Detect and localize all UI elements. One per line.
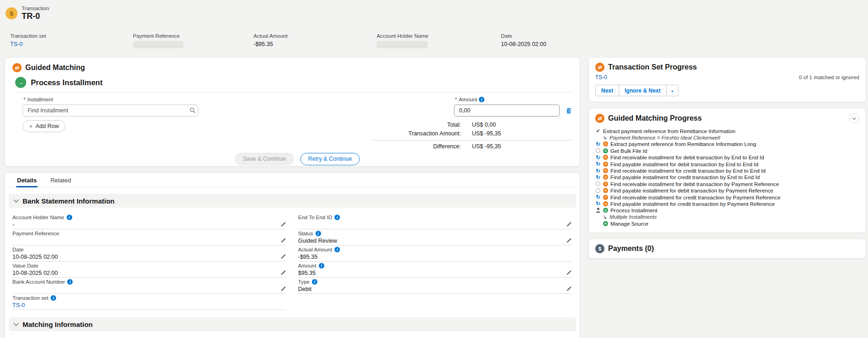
pencil-icon [280,254,286,260]
amount-group: * Amount [454,96,560,117]
field: End To End ID [298,214,572,229]
step-badge-icon [603,148,608,153]
edit-button[interactable] [280,270,286,276]
section-title: Bank Statement Information [23,197,115,205]
collapse-button[interactable] [849,113,859,123]
progress-step: Process Installment [595,207,859,214]
chevron-down-icon [13,197,18,202]
field-value: Guided Review [298,238,337,244]
step-label: Get Bulk File Id [610,148,647,154]
form-actions: Save & Continue Retry & Continue [23,153,572,165]
page-title: TR-0 [22,12,49,21]
add-row-label: Add Row [35,123,59,129]
step-label: Find receivable installment for credit t… [610,194,781,200]
edit-button[interactable] [566,221,572,227]
delete-row-button[interactable] [565,107,572,114]
amount-input[interactable] [454,105,560,117]
field-value: 10-08-2025 02:00 [12,254,58,260]
add-row-button[interactable]: Add Row [23,120,65,132]
transaction-set-link[interactable]: TS-0 [595,74,607,81]
tab[interactable]: Details [16,173,38,187]
field-value: - [12,221,14,228]
field-value[interactable]: TS-0 [12,302,25,309]
edit-button[interactable] [566,270,572,276]
process-installment-icon [15,77,26,88]
field-label: Actual Amount [298,247,332,252]
header-field: Transaction set TS-0 [10,33,46,47]
edit-button[interactable] [280,254,286,260]
installment-label: * Installment [23,96,198,103]
search-button[interactable] [190,107,195,113]
step-label: Find payable installment for debit trans… [610,187,773,193]
installment-group: * Installment [23,96,198,117]
field: Value Date 10-08-2025 02:00 [12,262,286,278]
tab[interactable]: Related [50,173,72,187]
step-sub: Payment Reference = Freshto Ideal Clerke… [603,134,859,140]
edit-button[interactable] [566,238,572,244]
progress-steps: Extract payment reference from Remittanc… [595,128,859,227]
edit-button[interactable] [280,221,286,227]
step-status-icon [595,148,601,153]
header-fields: Transaction set TS-0 Payment Reference A… [0,33,868,54]
tab-label: Details [17,177,37,184]
step-badge-icon [603,141,608,146]
side-column: Transaction Set Progress TS-0 0 of 1 mat… [588,57,866,259]
field-label: Status [298,231,313,236]
guided-matching-card: Guided Matching Process Installment * In… [5,57,580,167]
payments-card[interactable]: Payments (0) [588,239,866,259]
bank-statement-section-header[interactable]: Bank Statement Information [9,194,576,208]
progress-step: Extract payment reference from Remittanc… [595,141,859,147]
step-badge-icon [603,188,608,193]
guided-matching-icon [12,63,22,72]
info-icon [51,295,56,301]
ignore-next-button[interactable]: Ignore & Next [619,85,667,96]
transaction-set-actions: Next Ignore & Next [595,85,678,96]
next-button[interactable]: Next [595,85,619,96]
field: Status Guided Review [298,230,572,245]
total-row: Difference: US$ -95,35 [372,140,572,151]
transaction-set-progress-card: Transaction Set Progress TS-0 0 of 1 mat… [588,57,866,102]
header-field-label: Transaction set [10,33,46,39]
step-status-icon [595,141,601,147]
content: Guided Matching Process Installment * In… [0,57,868,338]
retry-continue-button[interactable]: Retry & Continue [300,153,360,165]
progress-step: Find receivable installment for debit tr… [595,154,859,161]
step-label: Find receivable installment for debit tr… [610,154,764,160]
ignore-next-dropdown-button[interactable] [666,85,678,96]
step-badge-icon [603,168,608,173]
header-field: Account Holder Name [377,33,429,48]
placeholder-box [377,41,427,48]
required-marker: * [23,97,25,102]
step-sub-text: Payment Reference = Freshto Ideal Clerke… [609,135,720,140]
guided-matching-header: Guided Matching [12,63,572,72]
installment-form: * Installment [23,96,572,165]
pencil-icon [280,238,286,244]
step-badge-icon [603,155,608,160]
header-field-label: Account Holder Name [377,33,429,39]
edit-button[interactable] [566,286,572,292]
header-field-value[interactable]: TS-0 [10,41,46,47]
installment-lookup-input[interactable] [23,105,198,117]
edit-button[interactable] [280,286,286,292]
matching-fields: Account [9,331,576,338]
step-sub-text: Multiple Installments [609,214,656,220]
pencil-icon [280,221,286,227]
matching-section-header[interactable]: Matching Information [9,317,576,331]
guided-matching-progress-icon [595,114,604,123]
step-badge-icon [603,181,608,186]
save-continue-button[interactable]: Save & Continue [235,153,294,165]
main-column: Guided Matching Process Installment * In… [5,57,580,338]
field-value: $95.35 [298,270,316,276]
step-label: Extract payment reference from Remittanc… [603,128,736,134]
progress-step: Extract payment reference from Remittanc… [595,128,859,134]
total-value: US$ 0,00 [461,122,572,128]
chevron-down-icon [852,116,856,120]
pencil-icon [280,286,286,292]
bank-fields-left: Account Holder Name - [12,214,286,311]
transaction-set-progress-icon [595,63,604,72]
guided-matching-progress-title: Guided Matching Progress [608,114,702,122]
step-badge-icon [603,195,608,200]
edit-button[interactable] [280,238,286,244]
info-icon [334,247,340,252]
trash-icon [565,107,572,114]
